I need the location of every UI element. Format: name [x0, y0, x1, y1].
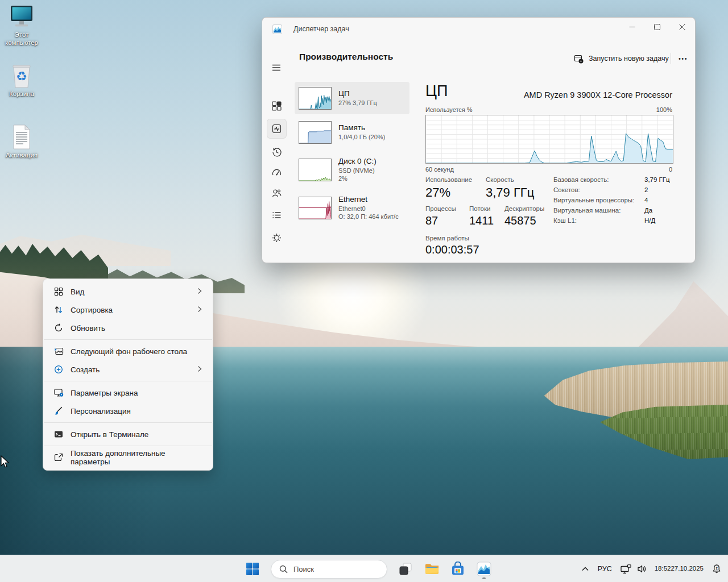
metric-subtitle: SSD (NVMe) — [338, 167, 377, 174]
close-icon — [679, 24, 685, 30]
nav-services[interactable] — [270, 231, 283, 244]
notification-bell-button[interactable]: z — [709, 558, 725, 580]
search-icon — [279, 565, 288, 573]
nav-details[interactable] — [270, 208, 283, 222]
metric-title: Диск 0 (C:) — [338, 157, 377, 167]
language-indicator[interactable]: РУС — [592, 558, 618, 580]
nav-processes[interactable] — [270, 99, 283, 113]
title-bar[interactable]: Диспетчер задач — [262, 18, 695, 40]
cpu-usage-graph[interactable] — [425, 115, 673, 164]
detail-title: ЦП — [425, 82, 448, 100]
right-stat-value: Да — [644, 207, 674, 214]
metric-subtitle-2: О: 32,0 П: 464 кбит/с — [338, 213, 399, 221]
sort-icon — [53, 305, 64, 315]
next-wallpaper-icon — [53, 346, 64, 356]
display-settings-icon — [53, 388, 64, 398]
tray-overflow-button[interactable] — [578, 558, 592, 580]
navigation-rail — [262, 40, 291, 263]
refresh-icon — [53, 323, 64, 333]
minimize-button[interactable] — [619, 18, 644, 36]
task-view-icon — [398, 562, 413, 576]
metric-cpu[interactable]: ЦП 27% 3,79 ГГц — [295, 82, 410, 114]
desktop-icon-this-pc[interactable]: Этот компьютер — [2, 5, 42, 47]
metric-subtitle-2: 2% — [338, 174, 377, 182]
menu-item-display-settings[interactable]: Параметры экрана — [46, 384, 210, 402]
right-stat-label: Кэш L1: — [553, 217, 644, 224]
menu-divider — [44, 381, 212, 381]
task-manager-icon — [477, 562, 491, 576]
nav-app-history[interactable] — [270, 145, 283, 159]
uptime-value: 0:00:03:57 — [425, 243, 479, 256]
view-icon — [53, 286, 64, 297]
metric-disk[interactable]: Диск 0 (C:) SSD (NVMe) 2% — [295, 152, 410, 188]
menu-divider — [44, 422, 212, 423]
more-options-button[interactable]: ••• — [673, 51, 693, 66]
right-stat-row: Сокетов: 2 — [553, 186, 674, 193]
terminal-icon — [53, 429, 64, 439]
close-button[interactable] — [669, 18, 694, 36]
windows-logo-icon — [246, 562, 259, 576]
minimize-icon — [629, 24, 635, 30]
start-button[interactable] — [241, 558, 264, 580]
stat-label: Дескрипторы — [504, 205, 544, 212]
new-icon — [53, 364, 64, 375]
metric-memory[interactable]: Память 1,0/4,0 ГБ (20%) — [295, 116, 410, 148]
hamburger-icon — [272, 63, 281, 72]
menu-divider — [44, 446, 212, 446]
file-explorer-button[interactable] — [420, 558, 443, 580]
users-icon — [272, 188, 282, 198]
desktop-icon-recycle-bin[interactable]: ♻ Корзина — [2, 63, 42, 98]
maximize-button[interactable] — [644, 18, 669, 36]
task-manager-app-icon — [272, 24, 282, 34]
nav-users[interactable] — [270, 186, 283, 199]
right-stat-label: Виртуальная машина: — [553, 207, 644, 214]
taskbar-search[interactable] — [271, 560, 387, 579]
nav-settings[interactable] — [270, 262, 283, 263]
menu-item-label: Вид — [71, 288, 191, 296]
right-stat-label: Базовая скорость: — [553, 176, 644, 183]
clock[interactable]: 18:52 27.10.2025 — [650, 558, 709, 580]
nav-menu-button[interactable] — [270, 61, 283, 74]
nav-startup-apps[interactable] — [270, 166, 283, 180]
menu-item-view[interactable]: Вид — [46, 282, 210, 301]
header-divider — [671, 53, 671, 64]
cpu-mini-chart — [299, 87, 332, 110]
right-stat-label: Виртуальные процессоры: — [553, 197, 644, 203]
menu-item-show-more-options[interactable]: Показать дополнительные параметры — [46, 448, 210, 467]
tray-time: 18:52 — [655, 564, 671, 573]
menu-item-label: Открыть в Терминале — [71, 430, 204, 439]
volume-button[interactable] — [634, 558, 650, 580]
metric-ethernet[interactable]: Ethernet Ethernet0 О: 32,0 П: 464 кбит/с — [295, 190, 410, 226]
stat-label: Скорость — [486, 176, 514, 183]
document-icon — [11, 124, 32, 150]
search-input[interactable] — [293, 565, 373, 573]
task-manager-taskbar-button[interactable] — [473, 558, 495, 580]
desktop-icon-activation[interactable]: Активация — [2, 124, 42, 160]
tray-date: 27.10.2025 — [671, 564, 704, 573]
menu-item-sort[interactable]: Сортировка — [46, 301, 210, 319]
network-button[interactable] — [618, 558, 634, 580]
stat-value: 27% — [425, 185, 450, 200]
menu-item-label: Создать — [71, 365, 191, 374]
cpu-name: AMD Ryzen 9 3900X 12-Core Processor — [524, 90, 672, 99]
graph-label-max: 100% — [656, 106, 672, 113]
stat-label: Потоки — [469, 205, 490, 212]
desktop-context-menu: Вид Сортировка Обновить Следующий фон ра… — [43, 278, 213, 471]
task-view-button[interactable] — [394, 558, 417, 580]
microsoft-store-icon — [450, 562, 465, 576]
right-stat-value: 2 — [644, 186, 674, 193]
menu-item-personalize[interactable]: Персонализация — [46, 402, 210, 420]
menu-item-open-terminal[interactable]: Открыть в Терминале — [46, 425, 210, 443]
microsoft-store-button[interactable] — [446, 558, 469, 580]
right-stat-value: Н/Д — [644, 217, 674, 224]
maximize-icon — [654, 24, 660, 30]
menu-divider — [44, 339, 212, 340]
menu-item-label: Сортировка — [71, 306, 191, 314]
run-new-task-button[interactable]: Запустить новую задачу — [569, 51, 673, 66]
menu-item-next-wallpaper[interactable]: Следующий фон рабочего стола — [46, 342, 210, 360]
menu-item-new[interactable]: Создать — [46, 360, 210, 379]
system-tray: РУС 18:52 27.10.2025 z — [578, 555, 725, 582]
processes-icon — [272, 101, 282, 111]
menu-item-refresh[interactable]: Обновить — [46, 319, 210, 337]
nav-performance[interactable] — [270, 122, 283, 135]
